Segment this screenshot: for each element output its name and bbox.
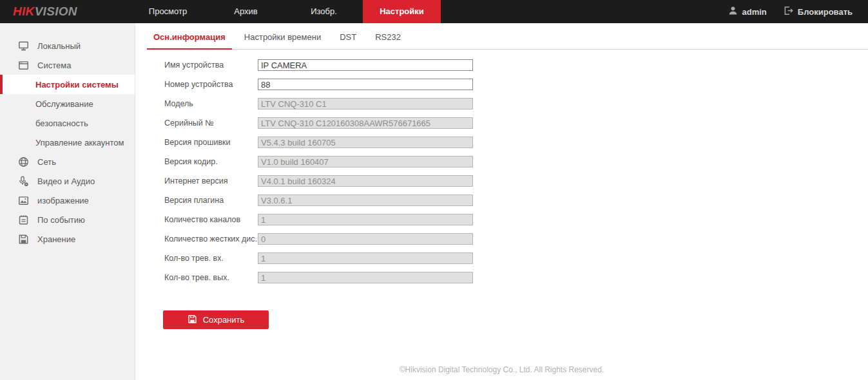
- sidebar-item-label: Локальный: [37, 41, 81, 51]
- device-no-label: Номер устройства: [164, 80, 258, 89]
- sidebar-item-label: Управление аккаунтом: [35, 138, 124, 147]
- user-name: admin: [742, 7, 767, 17]
- model-label: Модель: [164, 99, 258, 108]
- hdd-count-value: [258, 233, 473, 245]
- save-icon: [188, 314, 197, 326]
- user-icon: [728, 6, 738, 17]
- form-row: Кол-во трев. вх.: [135, 249, 868, 268]
- tab-dst[interactable]: DST: [333, 32, 363, 50]
- encoding-version-label: Версия кодир.: [164, 157, 258, 166]
- window-icon: [18, 60, 29, 71]
- sidebar-item-network[interactable]: Сеть: [0, 152, 135, 171]
- firmware-version-value: [258, 137, 473, 148]
- alarm-output-count-label: Кол-во трев. вых.: [164, 273, 258, 282]
- serial-no-value: [258, 117, 473, 129]
- logout-icon: [784, 6, 793, 17]
- device-no-input[interactable]: [258, 79, 473, 90]
- main-layout: Локальный Система Настройки системы Обсл…: [0, 23, 868, 380]
- form-row: Версия плагина: [135, 191, 868, 210]
- sidebar-item-local[interactable]: Локальный: [0, 36, 135, 55]
- event-calendar-icon: [18, 214, 29, 225]
- sidebar-item-maintenance[interactable]: Обслуживание: [0, 94, 135, 113]
- monitor-icon: [18, 41, 29, 52]
- sidebar-item-label: По событию: [37, 215, 85, 225]
- sidebar-item-label: Обслуживание: [35, 99, 93, 109]
- tab-time-settings[interactable]: Настройки времени: [238, 32, 327, 50]
- sidebar-item-label: Сеть: [37, 157, 56, 167]
- save-button-label: Сохранить: [203, 315, 245, 325]
- encoding-version-value: [258, 156, 473, 167]
- logo-hik: HIK: [13, 5, 35, 19]
- copyright-footer: ©Hikvision Digital Technology Co., Ltd. …: [135, 365, 868, 374]
- basic-info-form: Имя устройства Номер устройства Модель С…: [135, 50, 868, 329]
- form-row: Модель: [135, 94, 868, 113]
- form-row: Версия кодир.: [135, 152, 868, 171]
- form-row: Имя устройства: [135, 55, 868, 75]
- save-button[interactable]: Сохранить: [163, 310, 269, 329]
- channel-count-label: Количество каналов: [164, 215, 258, 224]
- sidebar-item-video-audio[interactable]: Видео и Аудио: [0, 171, 135, 191]
- topbar: HIKVISION Просмотр Архив Изобр. Настройк…: [0, 0, 868, 23]
- sidebar-item-label: безопасность: [35, 119, 88, 128]
- lock-button[interactable]: Блокировать: [784, 6, 853, 17]
- model-value: [258, 98, 473, 109]
- sidebar-item-system[interactable]: Система: [0, 55, 135, 75]
- form-row: Количество каналов: [135, 210, 868, 229]
- sidebar-item-label: Видео и Аудио: [37, 176, 95, 186]
- microphone-icon: [18, 176, 29, 187]
- lock-label: Блокировать: [798, 7, 853, 17]
- sidebar-item-label: Настройки системы: [35, 80, 119, 90]
- nav-item-configuration[interactable]: Настройки: [363, 0, 441, 23]
- sidebar-item-label: Хранение: [37, 234, 75, 244]
- web-version-value: [258, 175, 473, 187]
- sidebar-item-security[interactable]: безопасность: [0, 113, 135, 133]
- sidebar-item-image[interactable]: изображение: [0, 191, 135, 210]
- content-area: Осн.информация Настройки времени DST RS2…: [135, 23, 868, 380]
- alarm-input-count-value: [258, 252, 473, 264]
- form-row: Интернет версия: [135, 171, 868, 191]
- sidebar-item-system-settings[interactable]: Настройки системы: [0, 75, 135, 94]
- topbar-right: admin Блокировать: [728, 0, 868, 23]
- device-name-input[interactable]: [258, 59, 473, 71]
- form-row: Номер устройства: [135, 75, 868, 94]
- web-version-label: Интернет версия: [164, 176, 258, 185]
- plugin-version-label: Версия плагина: [164, 196, 258, 205]
- current-user: admin: [728, 6, 767, 17]
- form-row: Версия прошивки: [135, 133, 868, 152]
- tab-basic-information[interactable]: Осн.информация: [147, 32, 232, 50]
- main-nav: Просмотр Архив Изобр. Настройки: [129, 0, 441, 23]
- form-row: Серийный №: [135, 113, 868, 133]
- nav-item-playback[interactable]: Архив: [207, 0, 285, 23]
- sidebar-item-storage[interactable]: Хранение: [0, 229, 135, 249]
- image-icon: [18, 195, 29, 206]
- device-name-label: Имя устройства: [164, 61, 258, 70]
- alarm-input-count-label: Кол-во трев. вх.: [164, 254, 258, 263]
- sidebar-item-label: изображение: [37, 196, 89, 205]
- sidebar-item-label: Система: [37, 61, 71, 70]
- serial-no-label: Серийный №: [164, 119, 258, 128]
- hdd-count-label: Количество жестких дис...: [164, 234, 258, 243]
- sidebar-item-user-management[interactable]: Управление аккаунтом: [0, 133, 135, 152]
- sidebar: Локальный Система Настройки системы Обсл…: [0, 23, 135, 380]
- hikvision-logo: HIKVISION: [0, 0, 129, 23]
- nav-item-live-view[interactable]: Просмотр: [129, 0, 207, 23]
- firmware-version-label: Версия прошивки: [164, 138, 258, 147]
- logo-vision: VISION: [35, 5, 77, 19]
- plugin-version-value: [258, 195, 473, 206]
- form-row: Количество жестких дис...: [135, 229, 868, 249]
- globe-icon: [18, 157, 29, 167]
- settings-tabs: Осн.информация Настройки времени DST RS2…: [147, 23, 868, 50]
- sidebar-item-event[interactable]: По событию: [0, 210, 135, 229]
- save-area: Сохранить: [135, 310, 868, 329]
- nav-item-picture[interactable]: Изобр.: [285, 0, 363, 23]
- storage-disk-icon: [18, 234, 29, 245]
- tab-rs232[interactable]: RS232: [369, 32, 407, 50]
- alarm-output-count-value: [258, 272, 473, 283]
- channel-count-value: [258, 214, 473, 225]
- form-row: Кол-во трев. вых.: [135, 268, 868, 287]
